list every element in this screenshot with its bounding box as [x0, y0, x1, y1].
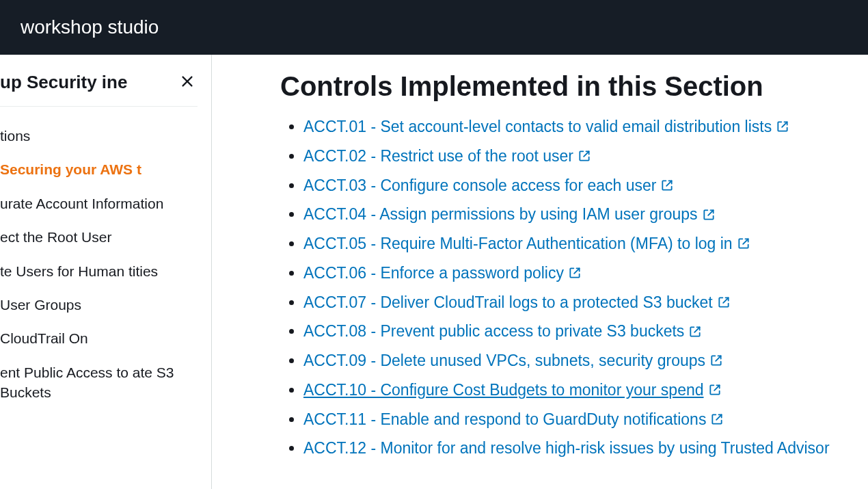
- sidebar-item-label: Securing your AWS t: [0, 161, 141, 177]
- control-link[interactable]: ACCT.12 - Monitor for and resolve high-r…: [303, 438, 830, 458]
- control-link-text: ACCT.05 - Require Multi-Factor Authentic…: [303, 234, 733, 254]
- control-link[interactable]: ACCT.03 - Configure console access for e…: [303, 176, 674, 196]
- control-link-text: ACCT.09 - Delete unused VPCs, subnets, s…: [303, 351, 705, 371]
- control-item: ACCT.01 - Set account-level contacts to …: [303, 117, 841, 137]
- sidebar-item[interactable]: te Users for Human tities: [0, 254, 198, 288]
- control-link-text: ACCT.07 - Deliver CloudTrail logs to a p…: [303, 293, 713, 313]
- sidebar-item[interactable]: ect the Root User: [0, 220, 198, 254]
- control-item: ACCT.03 - Configure console access for e…: [303, 176, 841, 196]
- sidebar-item-label: CloudTrail On: [0, 330, 88, 346]
- control-link[interactable]: ACCT.05 - Require Multi-Factor Authentic…: [303, 234, 750, 254]
- external-link-icon: [717, 295, 731, 309]
- control-link-text: ACCT.12 - Monitor for and resolve high-r…: [303, 438, 830, 458]
- main-content: Controls Implemented in this Section ACC…: [212, 55, 868, 489]
- external-link-icon: [568, 266, 582, 280]
- control-link-text: ACCT.06 - Enforce a password policy: [303, 263, 564, 283]
- sidebar-item[interactable]: ent Public Access to ate S3 Buckets: [0, 356, 198, 410]
- control-item: ACCT.06 - Enforce a password policy: [303, 263, 841, 283]
- control-link[interactable]: ACCT.04 - Assign permissions by using IA…: [303, 204, 716, 224]
- external-link-icon: [702, 208, 716, 222]
- control-item: ACCT.09 - Delete unused VPCs, subnets, s…: [303, 351, 841, 371]
- sidebar-item-label: User Groups: [0, 297, 81, 313]
- page-heading: Controls Implemented in this Section: [280, 71, 841, 102]
- sidebar-item-label: ent Public Access to ate S3 Buckets: [0, 365, 174, 400]
- control-link[interactable]: ACCT.09 - Delete unused VPCs, subnets, s…: [303, 351, 723, 371]
- control-item: ACCT.10 - Configure Cost Budgets to moni…: [303, 380, 841, 400]
- app-title: workshop studio: [21, 16, 159, 38]
- control-link-text: ACCT.08 - Prevent public access to priva…: [303, 321, 684, 341]
- external-link-icon: [578, 149, 591, 163]
- external-link-icon: [776, 120, 789, 133]
- sidebar-item[interactable]: urate Account Information: [0, 187, 198, 220]
- control-link-text: ACCT.11 - Enable and respond to GuardDut…: [303, 410, 706, 429]
- control-link-text: ACCT.02 - Restrict use of the root user: [303, 146, 573, 166]
- control-link[interactable]: ACCT.10 - Configure Cost Budgets to moni…: [303, 380, 722, 400]
- external-link-icon: [688, 325, 702, 339]
- control-item: ACCT.08 - Prevent public access to priva…: [303, 321, 841, 341]
- control-link[interactable]: ACCT.07 - Deliver CloudTrail logs to a p…: [303, 293, 731, 313]
- control-link[interactable]: ACCT.08 - Prevent public access to priva…: [303, 321, 702, 341]
- sidebar-item-label: te Users for Human tities: [0, 263, 158, 279]
- external-link-icon: [710, 412, 724, 426]
- control-link-text: ACCT.01 - Set account-level contacts to …: [303, 117, 772, 137]
- control-link[interactable]: ACCT.02 - Restrict use of the root user: [303, 146, 591, 166]
- external-link-icon: [737, 237, 750, 250]
- sidebar-nav: tionsSecuring your AWS turate Account In…: [0, 119, 198, 410]
- control-item: ACCT.11 - Enable and respond to GuardDut…: [303, 410, 841, 429]
- app-header: workshop studio: [0, 0, 868, 55]
- close-sidebar-button[interactable]: [177, 71, 198, 94]
- control-link[interactable]: ACCT.11 - Enable and respond to GuardDut…: [303, 410, 724, 429]
- sidebar-title: up Security ine: [0, 71, 127, 94]
- control-item: ACCT.07 - Deliver CloudTrail logs to a p…: [303, 293, 841, 313]
- external-link-icon: [708, 383, 722, 397]
- control-link-text: ACCT.04 - Assign permissions by using IA…: [303, 204, 698, 224]
- sidebar-item[interactable]: User Groups: [0, 288, 198, 321]
- sidebar-item[interactable]: Securing your AWS t: [0, 153, 198, 186]
- sidebar-item[interactable]: CloudTrail On: [0, 321, 198, 355]
- control-item: ACCT.12 - Monitor for and resolve high-r…: [303, 438, 841, 458]
- sidebar-item[interactable]: tions: [0, 119, 198, 153]
- control-link[interactable]: ACCT.01 - Set account-level contacts to …: [303, 117, 789, 137]
- main-layout: up Security ine tionsSecuring your AWS t…: [0, 55, 868, 489]
- sidebar-item-label: ect the Root User: [0, 229, 111, 245]
- control-link-text: ACCT.10 - Configure Cost Budgets to moni…: [303, 380, 704, 400]
- external-link-icon: [709, 354, 723, 367]
- sidebar-header: up Security ine: [0, 71, 198, 107]
- sidebar: up Security ine tionsSecuring your AWS t…: [0, 55, 212, 489]
- close-icon: [180, 81, 195, 91]
- control-link[interactable]: ACCT.06 - Enforce a password policy: [303, 263, 582, 283]
- sidebar-item-label: urate Account Information: [0, 196, 163, 211]
- external-link-icon: [660, 179, 674, 192]
- control-item: ACCT.05 - Require Multi-Factor Authentic…: [303, 234, 841, 254]
- control-list: ACCT.01 - Set account-level contacts to …: [280, 117, 841, 458]
- control-item: ACCT.02 - Restrict use of the root user: [303, 146, 841, 166]
- sidebar-item-label: tions: [0, 128, 30, 144]
- control-item: ACCT.04 - Assign permissions by using IA…: [303, 204, 841, 224]
- control-link-text: ACCT.03 - Configure console access for e…: [303, 176, 656, 196]
